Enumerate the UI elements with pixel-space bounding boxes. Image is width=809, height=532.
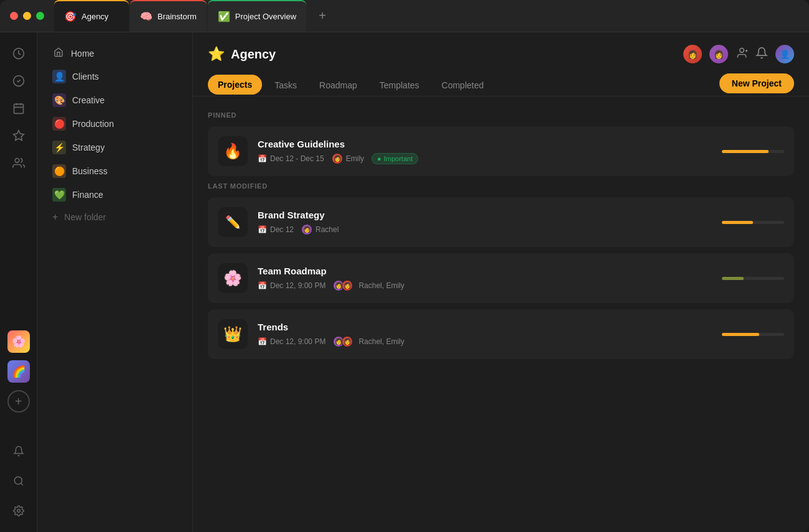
svg-point-8: [14, 477, 22, 484]
sidebar-item-production[interactable]: 🔴 Production: [42, 112, 187, 136]
svg-marker-6: [13, 131, 24, 141]
trends-avatars: 👩 👩: [333, 336, 353, 347]
emily-avatar-tr: 👩: [342, 280, 353, 291]
tab-brainstorm[interactable]: 🧠 Brainstorm: [130, 0, 207, 32]
trends-info: Trends 📅 Dec 12, 9:00 PM 👩 👩: [258, 322, 712, 347]
nav-tab-completed[interactable]: Completed: [432, 75, 494, 95]
nav-tab-tasks[interactable]: Tasks: [264, 75, 307, 95]
sidebar-home-label: Home: [71, 49, 94, 58]
rail-icon-check[interactable]: [7, 70, 30, 92]
brand-strategy-meta: 📅 Dec 12 👩 Rachel: [258, 224, 712, 235]
sidebar-item-creative[interactable]: 🎨 Creative: [42, 88, 187, 112]
creative-guidelines-assignee: 👩 Emily: [332, 153, 364, 164]
nav-tab-templates[interactable]: Templates: [370, 75, 429, 95]
project-card-trends[interactable]: 👑 Trends 📅 Dec 12, 9:00 PM 👩 👩: [208, 309, 794, 359]
close-button[interactable]: [10, 12, 18, 20]
creative-guidelines-date: 📅 Dec 12 - Dec 15: [258, 154, 324, 163]
sidebar: Home 👤 Clients 🎨 Creative 🔴 Production ⚡…: [37, 32, 193, 532]
team-roadmap-date: 📅 Dec 12, 9:00 PM: [258, 281, 325, 290]
creative-guidelines-icon: 🔥: [218, 136, 248, 166]
important-tag: ● Important: [372, 153, 418, 164]
main-layout: 🌸 🌈 +: [0, 32, 809, 532]
agency-tab-icon: 🎯: [64, 11, 77, 22]
project-card-team-roadmap[interactable]: 🌸 Team Roadmap 📅 Dec 12, 9:00 PM 👩: [208, 253, 794, 303]
nav-tab-projects[interactable]: Projects: [208, 75, 262, 95]
emily-avatar-t: 👩: [342, 336, 353, 347]
team-roadmap-name: Team Roadmap: [258, 266, 712, 276]
header-actions: 👩 👩 👤: [683, 45, 794, 63]
svg-rect-2: [14, 104, 23, 113]
brainstorm-tab-icon: 🧠: [140, 11, 152, 22]
rail-icon-clock[interactable]: [7, 42, 30, 65]
icon-rail: 🌸 🌈 +: [0, 32, 37, 532]
header-user-avatar[interactable]: 👤: [775, 45, 794, 63]
nav-tab-roadmap[interactable]: Roadmap: [309, 75, 367, 95]
creative-guidelines-meta: 📅 Dec 12 - Dec 15 👩 Emily ● Important: [258, 153, 712, 164]
new-folder-button[interactable]: + New folder: [42, 207, 187, 228]
sidebar-item-clients[interactable]: 👤 Clients: [42, 65, 187, 88]
sidebar-item-business[interactable]: 🟠 Business: [42, 159, 187, 183]
svg-point-11: [740, 48, 744, 52]
brand-strategy-icon: ✏️: [218, 207, 248, 237]
maximize-button[interactable]: [36, 12, 44, 20]
brand-strategy-assignee: 👩 Rachel: [301, 224, 339, 235]
rail-icon-search[interactable]: [7, 470, 30, 492]
header-avatar-1[interactable]: 👩: [683, 45, 702, 63]
flower-app-icon[interactable]: 🌸: [7, 330, 30, 353]
project-overview-tab-label: Project Overview: [235, 12, 296, 21]
rail-icon-star[interactable]: [7, 124, 30, 147]
home-icon: [52, 47, 65, 60]
tab-agency[interactable]: 🎯 Agency: [54, 0, 129, 32]
business-icon: 🟠: [52, 164, 66, 178]
strategy-icon: ⚡: [52, 141, 66, 154]
project-card-brand-strategy[interactable]: ✏️ Brand Strategy 📅 Dec 12 👩 Rachel: [208, 197, 794, 247]
tab-project-overview[interactable]: ✅ Project Overview: [208, 0, 306, 32]
project-overview-tab-icon: ✅: [218, 11, 230, 22]
svg-point-7: [15, 159, 19, 163]
trends-assignees: 👩 👩 Rachel, Emily: [333, 336, 404, 347]
header-bell-icon[interactable]: [755, 47, 768, 62]
trends-date: 📅 Dec 12, 9:00 PM: [258, 337, 325, 346]
last-modified-section-label: LAST MODIFIED: [208, 182, 794, 190]
svg-line-9: [21, 483, 22, 485]
rail-icon-settings[interactable]: [7, 500, 30, 522]
header-avatar-2[interactable]: 👩: [709, 45, 728, 63]
new-folder-label: New folder: [64, 212, 106, 222]
new-project-button[interactable]: New Project: [719, 73, 794, 93]
rail-bottom: 🌸 🌈 +: [7, 330, 30, 522]
rail-icon-calendar[interactable]: [7, 97, 30, 119]
brand-strategy-progress: [722, 221, 784, 224]
rail-add-button[interactable]: +: [7, 390, 30, 413]
progress-bar-3: [722, 277, 784, 280]
creative-guidelines-name: Creative Guidelines: [258, 139, 712, 149]
add-tab-button[interactable]: +: [312, 6, 332, 26]
sidebar-creative-label: Creative: [72, 95, 105, 105]
header-add-user-icon[interactable]: [736, 47, 748, 62]
sidebar-finance-label: Finance: [72, 190, 103, 200]
rail-icon-bell[interactable]: [7, 440, 30, 462]
sidebar-business-label: Business: [72, 166, 108, 176]
sidebar-item-finance[interactable]: 💚 Finance: [42, 183, 187, 207]
rainbow-app-icon[interactable]: 🌈: [7, 360, 30, 383]
sidebar-item-home[interactable]: Home: [42, 42, 187, 65]
titlebar: 🎯 Agency 🧠 Brainstorm ✅ Project Overview…: [0, 0, 809, 32]
rail-icon-users[interactable]: [7, 152, 30, 174]
creative-guidelines-info: Creative Guidelines 📅 Dec 12 - Dec 15 👩 …: [258, 139, 712, 164]
calendar-icon-bs: 📅: [258, 225, 267, 234]
project-card-creative-guidelines[interactable]: 🔥 Creative Guidelines 📅 Dec 12 - Dec 15 …: [208, 126, 794, 176]
calendar-icon: 📅: [258, 154, 267, 163]
svg-point-10: [17, 510, 20, 513]
tag-dot: ●: [377, 155, 381, 162]
new-folder-plus-icon: +: [52, 212, 58, 223]
rachel-avatar: 👩: [301, 224, 312, 235]
sidebar-production-label: Production: [72, 119, 114, 129]
projects-content: PINNED 🔥 Creative Guidelines 📅 Dec 12 - …: [193, 96, 809, 532]
sidebar-item-strategy[interactable]: ⚡ Strategy: [42, 136, 187, 159]
creative-guidelines-progress: [722, 150, 784, 153]
content-area: ⭐ Agency 👩 👩 �: [193, 32, 809, 532]
calendar-icon-t: 📅: [258, 337, 267, 346]
agency-title-icon: ⭐: [208, 46, 225, 62]
minimize-button[interactable]: [23, 12, 31, 20]
pinned-section-label: PINNED: [208, 111, 794, 119]
progress-bar-2: [722, 221, 784, 224]
